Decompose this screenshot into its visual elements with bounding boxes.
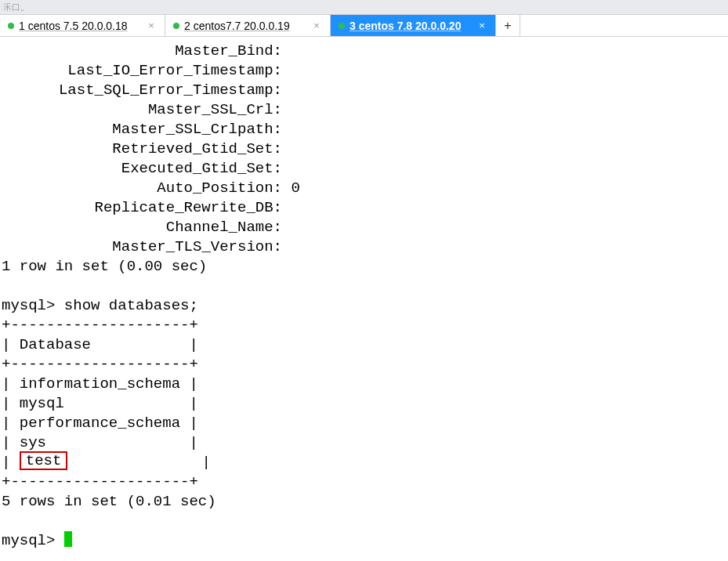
window-top-strip: 禾口。 xyxy=(0,0,728,14)
status-line: Master_Bind: xyxy=(2,42,728,61)
terminal-cursor xyxy=(64,531,72,547)
close-icon[interactable]: × xyxy=(146,20,157,31)
status-line: Master_SSL_Crlpath: xyxy=(2,120,728,139)
close-icon[interactable]: × xyxy=(311,20,322,31)
table-border: +--------------------+ xyxy=(2,317,198,334)
status-line: Channel_Name: xyxy=(2,218,728,237)
status-line: Last_SQL_Error_Timestamp: xyxy=(2,81,728,100)
close-icon[interactable]: × xyxy=(476,20,487,31)
table-header: | Database | xyxy=(2,336,198,353)
status-line: Master_TLS_Version: xyxy=(2,237,728,257)
add-tab-button[interactable]: + xyxy=(496,14,520,36)
status-key: Executed_Gtid_Set: xyxy=(2,159,282,179)
status-key: Retrieved_Gtid_Set: xyxy=(2,139,282,159)
status-key: Master_SSL_Crlpath: xyxy=(2,120,282,139)
status-key: Auto_Position: xyxy=(2,179,282,198)
status-key: Last_IO_Error_Timestamp: xyxy=(2,61,282,81)
tab-centos-1[interactable]: 1 centos 7.5 20.0.0.18 × xyxy=(0,14,165,36)
status-val: 0 xyxy=(282,179,300,197)
status-key: Last_SQL_Error_Timestamp: xyxy=(2,81,282,100)
sql-command: show databases; xyxy=(55,297,197,314)
tab-bar: 1 centos 7.5 20.0.0.18 × 2 centos7.7 20.… xyxy=(0,14,728,37)
tab-centos-2[interactable]: 2 centos7.7 20.0.0.19 × xyxy=(165,14,331,36)
tab-label: 2 centos7.7 20.0.0.19 xyxy=(184,20,306,32)
top-strip-text: 禾口。 xyxy=(3,2,29,13)
status-key: Master_TLS_Version: xyxy=(2,237,282,257)
status-key: Master_Bind: xyxy=(2,42,282,61)
mysql-prompt: mysql> xyxy=(2,532,64,549)
tab-bar-filler xyxy=(520,14,728,36)
row-summary: 5 rows in set (0.01 sec) xyxy=(2,493,216,510)
status-dot-icon xyxy=(339,23,345,29)
mysql-prompt: mysql> xyxy=(2,297,55,314)
status-key: Master_SSL_Crl: xyxy=(2,100,282,120)
status-line: Retrieved_Gtid_Set: xyxy=(2,139,728,159)
table-row: | performance_schema | xyxy=(2,414,198,432)
status-line: Auto_Position: 0 xyxy=(2,179,728,198)
table-border: +--------------------+ xyxy=(2,356,198,373)
table-row-highlight: | test | xyxy=(2,454,211,471)
terminal-output[interactable]: Master_Bind:Last_IO_Error_Timestamp:Last… xyxy=(0,37,728,561)
tab-centos-3[interactable]: 3 centos 7.8 20.0.0.20 × xyxy=(331,14,496,36)
row-summary: 1 row in set (0.00 sec) xyxy=(2,258,207,275)
table-row: | sys | xyxy=(2,434,198,451)
table-row: | information_schema | xyxy=(2,375,198,393)
plus-icon: + xyxy=(504,19,511,33)
status-key: Channel_Name: xyxy=(2,218,282,237)
status-line: Master_SSL_Crl: xyxy=(2,100,728,120)
status-key: Replicate_Rewrite_DB: xyxy=(2,198,282,218)
table-border: +--------------------+ xyxy=(2,473,198,490)
status-line: Executed_Gtid_Set: xyxy=(2,159,728,179)
status-line: Replicate_Rewrite_DB: xyxy=(2,198,728,218)
tab-label: 1 centos 7.5 20.0.0.18 xyxy=(19,20,141,32)
highlight-box: test xyxy=(20,451,68,470)
status-dot-icon xyxy=(8,23,14,29)
status-dot-icon xyxy=(173,23,179,29)
table-row: | mysql | xyxy=(2,395,198,412)
status-line: Last_IO_Error_Timestamp: xyxy=(2,61,728,81)
tab-label: 3 centos 7.8 20.0.0.20 xyxy=(350,20,472,32)
